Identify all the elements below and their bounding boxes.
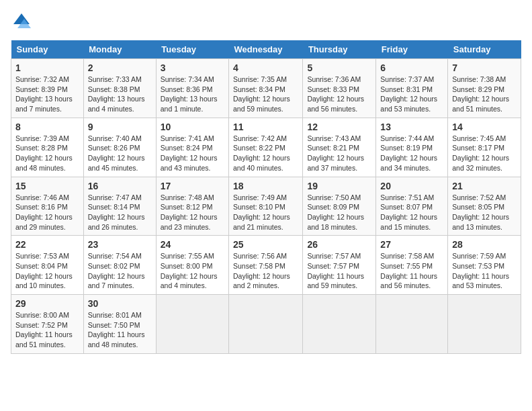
day-info: Sunrise: 7:42 AMSunset: 8:22 PMDaylight:… [233,134,298,173]
calendar-cell: 26Sunrise: 7:57 AMSunset: 7:57 PMDayligh… [303,236,376,295]
svg-marker-0 [13,13,30,24]
calendar-cell: 25Sunrise: 7:56 AMSunset: 7:58 PMDayligh… [229,236,303,295]
day-number: 12 [307,122,371,132]
calendar-cell [156,295,228,354]
calendar-week-3: 15Sunrise: 7:46 AMSunset: 8:16 PMDayligh… [11,177,521,236]
calendar-week-5: 29Sunrise: 8:00 AMSunset: 7:52 PMDayligh… [11,295,521,354]
calendar-cell: 23Sunrise: 7:54 AMSunset: 8:02 PMDayligh… [83,236,156,295]
day-info: Sunrise: 7:37 AMSunset: 8:31 PMDaylight:… [380,75,443,114]
day-number: 11 [233,122,298,132]
calendar-cell: 29Sunrise: 8:00 AMSunset: 7:52 PMDayligh… [11,295,84,354]
day-number: 14 [452,122,517,132]
day-info: Sunrise: 8:01 AMSunset: 7:50 PMDaylight:… [88,310,152,350]
calendar-cell: 11Sunrise: 7:42 AMSunset: 8:22 PMDayligh… [229,118,303,177]
calendar-table: SundayMondayTuesdayWednesdayThursdayFrid… [11,40,521,354]
calendar-cell: 28Sunrise: 7:59 AMSunset: 7:53 PMDayligh… [448,236,521,295]
day-number: 24 [161,239,224,250]
day-number: 8 [15,122,79,132]
day-info: Sunrise: 7:54 AMSunset: 8:02 PMDaylight:… [88,251,152,291]
day-number: 10 [161,122,224,132]
calendar-cell [229,295,303,354]
calendar-cell: 2Sunrise: 7:33 AMSunset: 8:38 PMDaylight… [83,59,156,118]
calendar-cell: 3Sunrise: 7:34 AMSunset: 8:36 PMDaylight… [156,59,228,118]
day-number: 3 [161,62,224,73]
calendar-cell: 16Sunrise: 7:47 AMSunset: 8:14 PMDayligh… [83,177,156,236]
day-number: 29 [15,298,79,309]
calendar-cell: 6Sunrise: 7:37 AMSunset: 8:31 PMDaylight… [376,59,448,118]
day-info: Sunrise: 7:49 AMSunset: 8:10 PMDaylight:… [233,193,298,232]
calendar-cell: 13Sunrise: 7:44 AMSunset: 8:19 PMDayligh… [376,118,448,177]
day-info: Sunrise: 7:43 AMSunset: 8:21 PMDaylight:… [307,134,371,173]
logo [11,11,35,32]
day-info: Sunrise: 7:59 AMSunset: 7:53 PMDaylight:… [452,251,517,291]
day-number: 19 [307,181,371,191]
col-header-friday: Friday [376,40,448,59]
day-number: 21 [452,181,517,191]
day-number: 6 [380,62,443,73]
calendar-week-2: 8Sunrise: 7:39 AMSunset: 8:28 PMDaylight… [11,118,521,177]
day-number: 27 [380,239,443,250]
calendar-cell: 7Sunrise: 7:38 AMSunset: 8:29 PMDaylight… [448,59,521,118]
calendar-cell: 18Sunrise: 7:49 AMSunset: 8:10 PMDayligh… [229,177,303,236]
day-number: 9 [88,122,152,132]
calendar-cell [303,295,376,354]
day-info: Sunrise: 7:57 AMSunset: 7:57 PMDaylight:… [307,251,371,291]
day-number: 23 [88,239,152,250]
calendar-cell: 8Sunrise: 7:39 AMSunset: 8:28 PMDaylight… [11,118,84,177]
day-number: 25 [233,239,298,250]
day-number: 15 [15,181,79,191]
calendar-week-4: 22Sunrise: 7:53 AMSunset: 8:04 PMDayligh… [11,236,521,295]
calendar-cell: 20Sunrise: 7:51 AMSunset: 8:07 PMDayligh… [376,177,448,236]
day-info: Sunrise: 7:41 AMSunset: 8:24 PMDaylight:… [161,134,224,173]
col-header-thursday: Thursday [303,40,376,59]
day-info: Sunrise: 7:32 AMSunset: 8:39 PMDaylight:… [15,75,79,114]
calendar-cell: 21Sunrise: 7:52 AMSunset: 8:05 PMDayligh… [448,177,521,236]
day-info: Sunrise: 7:58 AMSunset: 7:55 PMDaylight:… [380,251,443,291]
col-header-wednesday: Wednesday [229,40,303,59]
day-info: Sunrise: 7:47 AMSunset: 8:14 PMDaylight:… [88,193,152,232]
day-number: 7 [452,62,517,73]
day-info: Sunrise: 7:50 AMSunset: 8:09 PMDaylight:… [307,193,371,232]
calendar-cell: 15Sunrise: 7:46 AMSunset: 8:16 PMDayligh… [11,177,84,236]
day-number: 28 [452,239,517,250]
day-info: Sunrise: 7:40 AMSunset: 8:26 PMDaylight:… [88,134,152,173]
calendar-cell: 30Sunrise: 8:01 AMSunset: 7:50 PMDayligh… [83,295,156,354]
day-info: Sunrise: 7:33 AMSunset: 8:38 PMDaylight:… [88,75,152,114]
day-number: 20 [380,181,443,191]
day-number: 4 [233,62,298,73]
day-info: Sunrise: 7:53 AMSunset: 8:04 PMDaylight:… [15,251,79,291]
day-number: 30 [88,298,152,309]
col-header-saturday: Saturday [448,40,521,59]
calendar-cell: 14Sunrise: 7:45 AMSunset: 8:17 PMDayligh… [448,118,521,177]
calendar-cell: 19Sunrise: 7:50 AMSunset: 8:09 PMDayligh… [303,177,376,236]
col-header-tuesday: Tuesday [156,40,228,59]
calendar-cell: 17Sunrise: 7:48 AMSunset: 8:12 PMDayligh… [156,177,228,236]
calendar-cell [376,295,448,354]
day-number: 5 [307,62,371,73]
day-number: 16 [88,181,152,191]
day-info: Sunrise: 7:44 AMSunset: 8:19 PMDaylight:… [380,134,443,173]
day-number: 1 [15,62,79,73]
calendar-cell: 22Sunrise: 7:53 AMSunset: 8:04 PMDayligh… [11,236,84,295]
day-info: Sunrise: 7:35 AMSunset: 8:34 PMDaylight:… [233,75,298,114]
calendar-cell: 1Sunrise: 7:32 AMSunset: 8:39 PMDaylight… [11,59,84,118]
day-info: Sunrise: 7:45 AMSunset: 8:17 PMDaylight:… [452,134,517,173]
calendar-cell: 12Sunrise: 7:43 AMSunset: 8:21 PMDayligh… [303,118,376,177]
day-info: Sunrise: 7:51 AMSunset: 8:07 PMDaylight:… [380,193,443,232]
day-info: Sunrise: 7:36 AMSunset: 8:33 PMDaylight:… [307,75,371,114]
calendar-week-1: 1Sunrise: 7:32 AMSunset: 8:39 PMDaylight… [11,59,521,118]
day-number: 22 [15,239,79,250]
day-info: Sunrise: 7:52 AMSunset: 8:05 PMDaylight:… [452,193,517,232]
day-info: Sunrise: 7:34 AMSunset: 8:36 PMDaylight:… [161,75,224,114]
day-info: Sunrise: 7:39 AMSunset: 8:28 PMDaylight:… [15,134,79,173]
calendar-cell: 9Sunrise: 7:40 AMSunset: 8:26 PMDaylight… [83,118,156,177]
day-info: Sunrise: 7:55 AMSunset: 8:00 PMDaylight:… [161,251,224,291]
day-info: Sunrise: 7:56 AMSunset: 7:58 PMDaylight:… [233,251,298,291]
col-header-monday: Monday [83,40,156,59]
col-header-sunday: Sunday [11,40,84,59]
calendar-cell [448,295,521,354]
day-number: 2 [88,62,152,73]
day-info: Sunrise: 7:46 AMSunset: 8:16 PMDaylight:… [15,193,79,232]
day-number: 26 [307,239,371,250]
calendar-cell: 10Sunrise: 7:41 AMSunset: 8:24 PMDayligh… [156,118,228,177]
